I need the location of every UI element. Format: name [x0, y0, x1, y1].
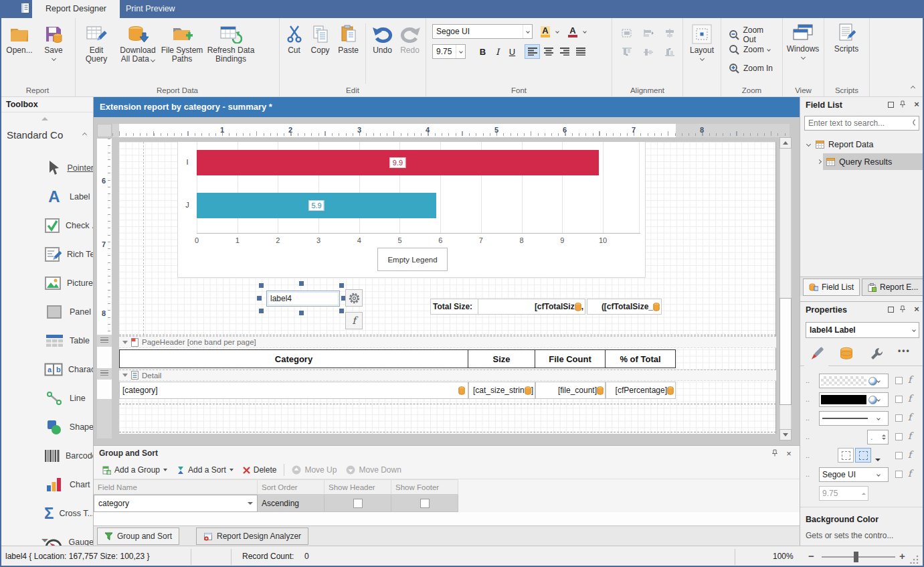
underline-button[interactable]: U [505, 44, 519, 59]
font-color-button[interactable]: A [565, 24, 581, 39]
chart-control[interactable]: I J 9.9 5.9 0 1 2 3 4 5 6 7 8 9 10 Empt [177, 142, 646, 278]
sort-order-cell[interactable]: Ascending [258, 495, 325, 512]
band-collapse-icon[interactable] [122, 374, 128, 377]
file-system-paths-button[interactable]: File System Paths [161, 21, 203, 64]
column-header-show-header[interactable]: Show Header [325, 479, 391, 495]
expression-button[interactable]: f [345, 312, 363, 329]
redo-button[interactable]: Redo [396, 21, 424, 55]
chevron-right-icon[interactable] [817, 159, 822, 164]
toolbox-item-label[interactable]: A Label [0, 182, 94, 211]
add-a-sort-button[interactable]: Add a Sort [172, 463, 238, 477]
undo-button[interactable]: Undo [369, 21, 396, 55]
column-header-sort-order[interactable]: Sort Order [258, 479, 325, 495]
maximize-icon[interactable] [888, 307, 894, 313]
borders-toggle-all[interactable] [855, 448, 871, 463]
toolbox-item-cross-tab[interactable]: Σ Cross T... [0, 499, 94, 528]
tab-report-designer[interactable]: Report Designer [32, 0, 120, 18]
spinner-arrows[interactable] [882, 434, 886, 440]
align-objects-center-button[interactable] [639, 25, 658, 41]
pin-icon[interactable] [899, 305, 907, 313]
pin-icon[interactable] [771, 449, 779, 457]
function-f-icon[interactable]: f [908, 374, 911, 385]
property-checkbox[interactable] [895, 433, 903, 440]
italic-button[interactable]: I [491, 44, 504, 59]
tab-report-explorer[interactable]: Report E... [862, 278, 924, 296]
column-header-field-name[interactable]: Field Name [94, 479, 258, 495]
table-header-file-count[interactable]: File Count [535, 349, 606, 368]
zoom-in-button[interactable]: Zoom In [724, 61, 777, 76]
download-all-data-button[interactable]: Download All Data [115, 21, 161, 64]
close-icon[interactable]: × [913, 305, 921, 313]
band-drag-handle[interactable] [100, 370, 108, 376]
align-center-button[interactable] [541, 44, 556, 59]
align-objects-top-button[interactable] [618, 44, 636, 60]
detail-band-bar[interactable]: Detail [119, 370, 776, 381]
label4-control[interactable]: label4 [266, 291, 340, 307]
zoom-plus-button[interactable]: + [899, 546, 905, 566]
selection-handle[interactable] [257, 296, 262, 301]
open-button[interactable]: Open... [2, 21, 37, 55]
table-header-percent-of-total[interactable]: % of Total [606, 349, 676, 368]
align-objects-middle-button[interactable] [660, 25, 679, 41]
scripts-button[interactable]: Scripts [824, 19, 868, 54]
design-scrollbar-thumb[interactable] [779, 298, 792, 405]
property-checkbox[interactable] [895, 377, 903, 384]
tree-node-report-data[interactable]: Report Data [800, 136, 924, 153]
function-f-icon[interactable]: f [908, 468, 911, 479]
border-width-spinner[interactable]: . [867, 430, 889, 444]
copy-button[interactable]: Copy [306, 21, 334, 55]
toolbox-item-pointer[interactable]: Pointer [0, 153, 94, 182]
toolbox-item-panel[interactable]: Panel [0, 297, 94, 326]
align-objects-vcenter-button[interactable] [639, 44, 658, 60]
design-canvas[interactable]: 1 2 3 4 5 6 7 8 6 7 8 [94, 117, 800, 445]
align-left-button[interactable] [525, 44, 540, 59]
table-header-category[interactable]: Category [119, 349, 468, 368]
selection-handle[interactable] [259, 309, 264, 313]
corner-expand-icon[interactable] [875, 459, 881, 461]
toolbox-item-chart[interactable]: Chart [0, 470, 94, 499]
toolbox-scroll-up-icon[interactable] [41, 117, 48, 120]
align-objects-left-button[interactable] [618, 25, 636, 41]
selection-handle[interactable] [339, 283, 344, 288]
refresh-data-bindings-button[interactable]: Refresh Data Bindings [203, 21, 258, 64]
tab-print-preview[interactable]: Print Preview [112, 0, 189, 18]
band-collapse-icon[interactable] [122, 341, 128, 344]
add-a-group-button[interactable]: Add a Group [98, 463, 172, 477]
maximize-icon[interactable] [888, 102, 894, 108]
tab-group-and-sort[interactable]: Group and Sort [97, 528, 179, 545]
delete-button[interactable]: Delete [238, 463, 282, 477]
foreground-color-editor[interactable] [819, 392, 889, 407]
ribbon-collapse-icon[interactable] [911, 86, 915, 90]
close-icon[interactable]: × [913, 100, 921, 108]
total-size-field2-cell[interactable]: ([cfTotalSize_ [587, 299, 662, 315]
highlight-color-button[interactable]: A [537, 24, 553, 39]
show-header-checkbox[interactable] [353, 499, 363, 508]
band-drag-handle[interactable] [100, 337, 108, 343]
toolbox-item-shape[interactable]: Shape [0, 412, 94, 441]
zoom-slider-track[interactable] [822, 556, 895, 558]
table-header-size[interactable]: Size [468, 349, 535, 368]
pin-icon[interactable] [899, 100, 907, 108]
field-list-search[interactable] [804, 116, 919, 131]
selection-handle[interactable] [299, 311, 304, 315]
spinner-arrows[interactable] [862, 493, 866, 495]
more-tabs-icon[interactable]: ••• [898, 346, 911, 355]
borders-toggle-none[interactable] [838, 448, 854, 463]
design-scroll-up-button[interactable] [779, 137, 792, 149]
property-checkbox[interactable] [895, 414, 903, 422]
selection-handle[interactable] [259, 283, 264, 288]
data-tab-icon[interactable] [839, 347, 854, 360]
resize-grip-icon[interactable] [910, 554, 919, 564]
background-color-editor[interactable] [819, 374, 889, 388]
border-style-editor[interactable] [819, 411, 889, 426]
move-down-button[interactable]: Move Down [341, 463, 405, 477]
smart-tag-button[interactable] [345, 289, 363, 307]
zoom-slider-thumb[interactable] [854, 552, 858, 562]
align-objects-bottom-button[interactable] [660, 44, 679, 60]
align-right-button[interactable] [557, 44, 572, 59]
field-name-combo[interactable]: category [94, 495, 258, 512]
property-checkbox[interactable] [895, 396, 903, 403]
detail-cell-percentage[interactable]: [cfPercentage] [606, 382, 676, 399]
function-f-icon[interactable]: f [908, 412, 911, 422]
selection-handle[interactable] [339, 309, 344, 313]
